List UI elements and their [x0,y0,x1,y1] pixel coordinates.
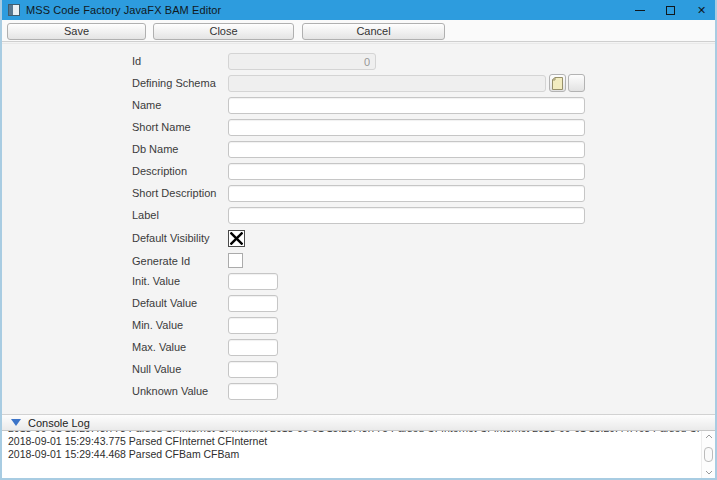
db-name-label: Db Name [132,141,178,158]
short-name-label: Short Name [132,119,191,136]
log-line: 2018-09-01 15:29:43.775 Parsed CFInterne… [8,435,697,448]
window-title: MSS Code Factory JavaFX BAM Editor [26,4,221,16]
toolbar: Save Close Cancel [2,20,715,42]
log-line: 2018-09-01 15:29:44.468 Parsed CFBam CFB… [8,448,697,461]
save-button[interactable]: Save [7,23,146,40]
null-value-label: Null Value [132,361,181,378]
init-value-label: Init. Value [132,273,180,290]
id-label: Id [132,53,141,70]
scroll-down-icon[interactable] [704,469,714,476]
console-log-lines: 2018-09-01 15:29:43.773 Parsed CFInterne… [8,431,697,461]
short-description-input[interactable] [228,185,585,202]
scroll-thumb[interactable] [704,447,713,462]
scroll-up-icon[interactable] [704,433,714,440]
maximize-button[interactable] [655,0,686,20]
defining-schema-pick-button[interactable] [549,74,566,92]
id-input [228,53,376,70]
description-label: Description [132,163,187,180]
defining-schema-clear-button[interactable] [568,74,585,92]
minimize-icon [635,10,645,11]
label-label: Label [132,207,159,224]
maximize-icon [666,6,675,15]
label-input[interactable] [228,207,585,224]
short-description-label: Short Description [132,185,216,202]
window-controls: ✕ [624,0,717,20]
max-value-input[interactable] [228,339,278,356]
close-button[interactable]: ✕ [686,0,717,20]
close-form-button[interactable]: Close [153,23,294,40]
defining-schema-label: Defining Schema [132,75,216,92]
short-name-input[interactable] [228,119,585,136]
min-value-input[interactable] [228,317,278,334]
x-check-icon [230,232,243,245]
default-visibility-checkbox[interactable] [228,230,245,247]
cancel-button[interactable]: Cancel [302,23,445,40]
default-value-label: Default Value [132,295,197,312]
defining-schema-input [228,75,546,92]
name-label: Name [132,97,161,114]
generate-id-checkbox[interactable] [228,253,243,268]
title-bar: MSS Code Factory JavaFX BAM Editor ✕ [0,0,717,20]
console-scrollbar[interactable] [701,431,715,478]
collapse-triangle-icon [11,419,21,426]
console-log-header[interactable]: Console Log [2,414,715,431]
name-input[interactable] [228,97,585,114]
attribute-form: Id Defining Schema Name Short Name Db Na… [2,43,715,410]
document-icon [552,77,563,90]
unknown-value-input[interactable] [228,383,278,400]
console-log-body: 2018-09-01 15:29:43.773 Parsed CFInterne… [2,431,715,478]
unknown-value-label: Unknown Value [132,383,208,400]
max-value-label: Max. Value [132,339,186,356]
minimize-button[interactable] [624,0,655,20]
db-name-input[interactable] [228,141,585,158]
min-value-label: Min. Value [132,317,183,334]
app-icon [8,4,20,16]
app-window: MSS Code Factory JavaFX BAM Editor ✕ Sav… [0,0,717,480]
console-log-title: Console Log [28,417,90,429]
init-value-input[interactable] [228,273,278,290]
default-visibility-label: Default Visibility [132,230,209,247]
description-input[interactable] [228,163,585,180]
close-icon: ✕ [697,5,706,16]
generate-id-label: Generate Id [132,253,190,270]
default-value-input[interactable] [228,295,278,312]
null-value-input[interactable] [228,361,278,378]
